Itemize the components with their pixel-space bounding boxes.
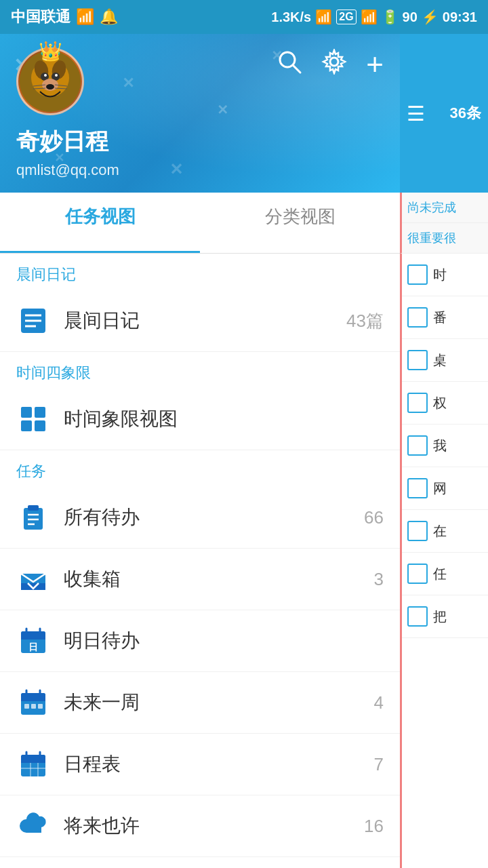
menu-item-maybe[interactable]: 将来也许 16 [0,795,400,857]
svg-point-6 [44,74,47,77]
avatar-wrapper[interactable]: 👑 [16,47,84,115]
section-label-morning-diary: 晨间日记 [0,254,400,290]
status-right: 1.3K/s 📶 2G 📶 🔋 90 ⚡ 09:31 [271,9,477,25]
inbox-icon [16,562,50,596]
task-checkbox-5[interactable] [407,435,428,456]
tab-task-view[interactable]: 任务视图 [0,193,200,253]
header-icons: + [277,47,384,81]
header-top: 👑 + [16,47,384,115]
settings-button[interactable] [321,49,347,81]
section-label-quadrant: 时间四象限 [0,352,400,389]
task-row-9[interactable]: 把 [402,595,488,638]
inbox-text: 收集箱 [64,566,374,592]
profile-text: 奇妙日程 qmlist@qq.com [16,126,384,179]
svg-rect-44 [31,704,36,709]
charge-icon: ⚡ [422,9,439,25]
svg-rect-26 [28,505,39,511]
svg-rect-45 [38,704,43,709]
app-email: qmlist@qq.com [16,161,384,179]
main-area: 晨间日记 晨间日记 43篇 时间四象限 [0,254,488,868]
task-row-6[interactable]: 网 [402,467,488,510]
menu-item-next-week[interactable]: 未来一周 4 [0,672,400,734]
svg-text:日: 日 [28,642,38,652]
crown-badge: 👑 [39,42,62,61]
next-week-text: 未来一周 [64,690,374,715]
task-checkbox-7[interactable] [407,521,428,541]
task-text-3: 桌 [433,351,447,370]
wifi-icon: 📶 [315,9,332,25]
inbox-count: 3 [374,569,384,590]
task-row-2[interactable]: 番 [402,296,488,339]
svg-line-15 [293,65,300,73]
schedule-count: 7 [374,754,384,775]
calendar-grid-icon [16,747,50,781]
battery-text: 90 [403,9,418,25]
left-panel: 晨间日记 晨间日记 43篇 时间四象限 [0,254,400,868]
svg-point-9 [46,84,54,90]
carrier-icon: 📶 [76,8,94,26]
hamburger-icon[interactable]: ☰ [407,102,425,125]
status-left: 中国联通 📶 🔔 [11,7,118,27]
svg-rect-48 [21,760,45,763]
menu-item-inbox[interactable]: 收集箱 3 [0,549,400,610]
diary-icon [16,304,50,338]
time-view-text: 时间象限视图 [64,406,384,432]
svg-rect-24 [35,420,45,431]
svg-rect-40 [21,698,45,701]
calendar-day-icon: 日 [16,624,50,658]
task-text-1: 时 [433,266,447,284]
task-text-9: 把 [433,608,447,626]
svg-rect-23 [21,420,32,431]
task-row-8[interactable]: 任 [402,553,488,595]
tabs-row-container: 任务视图 分类视图 尚未完成 很重要很 [0,193,488,254]
svg-rect-21 [21,407,32,418]
add-button[interactable]: + [366,47,384,81]
task-checkbox-8[interactable] [407,564,428,584]
tomorrow-text: 明日待办 [64,628,384,654]
task-row-7[interactable]: 在 [402,510,488,553]
task-checkbox-4[interactable] [407,393,428,413]
right-label-1: 尚未完成 [402,193,488,223]
svg-rect-22 [35,407,45,418]
svg-rect-43 [24,704,29,709]
grid-icon [16,402,50,436]
clipboard-icon [16,500,50,534]
task-row-4[interactable]: 权 [402,382,488,425]
svg-point-16 [330,58,338,66]
tabs-row: 任务视图 分类视图 [0,193,400,254]
task-row-3[interactable]: 桌 [402,339,488,382]
task-text-7: 在 [433,522,447,540]
schedule-text: 日程表 [64,751,374,777]
menu-item-schedule[interactable]: 日程表 7 [0,734,400,795]
task-checkbox-3[interactable] [407,350,428,370]
task-text-2: 番 [433,309,447,327]
section-label-tasks: 任务 [0,450,400,487]
task-checkbox-1[interactable] [407,264,428,285]
task-text-8: 任 [433,565,447,583]
task-row-1[interactable]: 时 [402,254,488,296]
badge-count: 36条 [450,103,481,123]
network-speed: 1.3K/s [271,9,311,25]
all-todo-text: 所有待办 [64,505,364,530]
right-label-2: 很重要很 [402,223,488,253]
menu-item-tomorrow[interactable]: 日 明日待办 [0,610,400,672]
2g-badge: 2G [336,9,356,24]
menu-item-all-todo[interactable]: 所有待办 66 [0,487,400,549]
calendar-week-icon [16,686,50,719]
task-checkbox-6[interactable] [407,478,428,498]
menu-item-diary[interactable]: 晨间日记 43篇 [0,290,400,352]
status-bar: 中国联通 📶 🔔 1.3K/s 📶 2G 📶 🔋 90 ⚡ 09:31 [0,0,488,34]
svg-rect-34 [21,637,45,639]
cloud-icon [16,809,50,843]
task-checkbox-2[interactable] [407,307,428,328]
task-text-5: 我 [433,437,447,455]
right-panel-header: ☰ 36条 [400,34,488,193]
task-checkbox-9[interactable] [407,606,428,627]
all-todo-count: 66 [364,507,384,528]
maybe-text: 将来也许 [64,813,364,839]
menu-item-time-view[interactable]: 时间象限视图 [0,389,400,450]
task-row-5[interactable]: 我 [402,425,488,467]
app-name: 奇妙日程 [16,126,384,157]
tab-category-view[interactable]: 分类视图 [200,193,400,253]
diary-text: 晨间日记 [64,308,346,334]
